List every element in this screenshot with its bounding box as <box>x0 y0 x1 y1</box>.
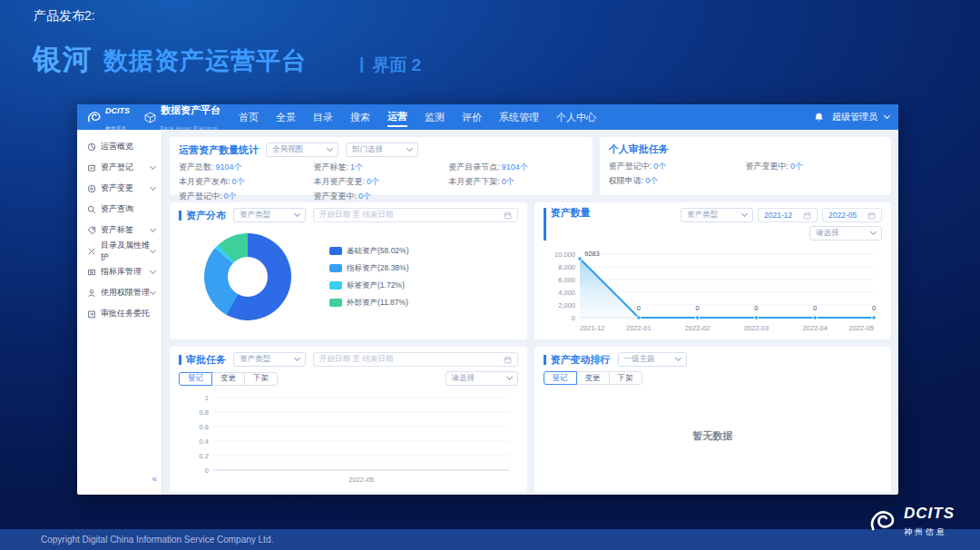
chevron-down-icon <box>150 225 156 231</box>
stat-changing: 资产变更中:0个 <box>314 191 449 202</box>
nav-catalog[interactable]: 目录 <box>313 109 333 126</box>
stat-permission-request: 权限申请:0个 <box>609 175 746 187</box>
stat-total-assets: 资产总数:9104个 <box>179 162 314 173</box>
tab-register[interactable]: 登记 <box>544 371 577 385</box>
sidebar-item-asset-tag[interactable]: 资产标签 <box>77 220 162 241</box>
sidebar-collapse-button[interactable]: « <box>152 474 157 484</box>
date-range-input[interactable]: 开始日期 至 结束日期 <box>313 208 518 222</box>
catalog-maintain-icon <box>87 247 96 256</box>
date-from-input[interactable]: 2021-12 <box>758 208 818 222</box>
asset-distribution-donut <box>204 233 291 320</box>
svg-text:0: 0 <box>636 304 640 312</box>
nav-monitor[interactable]: 监测 <box>425 109 445 126</box>
svg-text:0: 0 <box>871 304 875 312</box>
chevron-down-icon <box>870 229 877 235</box>
app-header: DCITS 神州信息 数据资产平台 Data Asset Platform 首页… <box>77 104 898 130</box>
chevron-down-icon <box>741 211 748 217</box>
platform-name: 数据资产平台 <box>161 104 220 115</box>
slide-title: 银河 数据资产运营平台 | 界面 2 <box>33 40 421 80</box>
chevron-down-icon <box>294 355 300 361</box>
approval-tab-group: 登记 变更 下架 <box>179 372 278 386</box>
secondary-select[interactable]: 请选择 <box>446 371 518 386</box>
tab-change[interactable]: 变更 <box>211 372 245 386</box>
tab-remove[interactable]: 下架 <box>609 371 642 385</box>
svg-text:2022-04: 2022-04 <box>802 324 828 332</box>
stat-catalog-nodes: 资产目录节点:9104个 <box>448 162 583 173</box>
theme-select[interactable]: 一级主题 <box>618 352 687 367</box>
nav-operation[interactable]: 运营 <box>387 108 407 127</box>
dcits-footer-logo: DCITS 神州信息 <box>867 506 955 538</box>
legend-item: 外部资产(11.87%) <box>329 298 409 309</box>
department-select[interactable]: 部门选择 <box>346 142 418 157</box>
page-label: | 界面 2 <box>359 54 421 77</box>
svg-text:2022-05: 2022-05 <box>848 324 874 332</box>
global-view-select[interactable]: 全局视图 <box>266 142 338 157</box>
approval-tasks-card: 审批任务 资产类型 开始日期 至 结束日期 登记 变更 <box>170 347 527 492</box>
approval-delegate-icon <box>87 309 96 319</box>
copyright-text: Copyright Digital China Information Serv… <box>0 529 980 550</box>
stat-asset-tags: 资产标签:1个 <box>314 162 449 173</box>
chevron-down-icon <box>407 145 413 152</box>
svg-text:9283: 9283 <box>584 250 600 258</box>
asset-type-select[interactable]: 资产类型 <box>233 352 306 367</box>
sidebar-item-approval-delegate[interactable]: 审批任务委托 <box>77 303 162 324</box>
stats-card-title: 运营资产数量统计 <box>179 143 259 157</box>
personal-approval-card: 个人审批任务 资产登记中:0个 资产变更中:0个 权限申请:0个 <box>600 137 891 195</box>
asset-register-icon <box>87 163 96 172</box>
slide-kicker: 产品发布2: <box>34 8 95 25</box>
chevron-down-icon <box>327 145 333 152</box>
nav-search[interactable]: 搜索 <box>350 109 370 126</box>
app-window: DCITS 神州信息 数据资产平台 Data Asset Platform 首页… <box>77 104 898 495</box>
svg-text:6,000: 6,000 <box>558 276 575 284</box>
svg-text:2021-12: 2021-12 <box>580 324 605 332</box>
sidebar-item-permission-mgmt[interactable]: 使用权限管理 <box>77 282 162 303</box>
sidebar-item-asset-change[interactable]: 资产变更 <box>77 178 162 199</box>
sidebar-item-asset-register[interactable]: 资产登记 <box>77 157 162 178</box>
product-subtitle: 数据资产运营平台 <box>103 44 307 77</box>
nav-system-mgmt[interactable]: 系统管理 <box>499 109 539 126</box>
sidebar-item-asset-query[interactable]: 资产查询 <box>77 199 162 220</box>
date-to-input[interactable]: 2022-05 <box>822 208 882 222</box>
chevron-down-icon[interactable] <box>884 113 890 119</box>
galaxy-swirl-icon <box>86 110 102 125</box>
svg-text:2,000: 2,000 <box>558 301 575 309</box>
sidebar-item-operation-overview[interactable]: 运营概览 <box>77 136 162 157</box>
nav-home[interactable]: 首页 <box>239 109 259 126</box>
galaxy-swirl-icon <box>867 507 897 536</box>
svg-text:0: 0 <box>695 304 699 312</box>
sidebar-item-catalog-maintain[interactable]: 目录及属性维护 <box>77 241 162 261</box>
nav-personal-center[interactable]: 个人中心 <box>556 109 596 126</box>
chevron-down-icon <box>150 267 156 273</box>
stat-personal-changing: 资产变更中:0个 <box>745 161 882 172</box>
approval-tasks-chart: 10.80.60.40.202022-05 <box>179 388 517 486</box>
svg-text:2022-01: 2022-01 <box>626 324 652 332</box>
secondary-select[interactable]: 请选择 <box>809 226 882 241</box>
date-range-input[interactable]: 开始日期 至 结束日期 <box>313 352 518 367</box>
tab-remove[interactable]: 下架 <box>244 372 278 386</box>
personal-card-title: 个人审批任务 <box>609 142 882 156</box>
nav-panorama[interactable]: 全景 <box>276 109 296 126</box>
user-menu[interactable]: 超级管理员 <box>832 111 877 123</box>
tab-change[interactable]: 变更 <box>576 371 610 385</box>
asset-distribution-card: 资产分布 资产类型 开始日期 至 结束日期 基础资产(58.02%) <box>170 202 527 339</box>
svg-text:0: 0 <box>754 304 758 312</box>
svg-text:0.6: 0.6 <box>200 423 209 431</box>
donut-legend: 基础资产(58.02%) 指标资产(28.38%) 标签资产(1.72%) 外部… <box>329 246 409 309</box>
asset-tag-icon <box>87 226 96 235</box>
quantity-card-title: 资产数量 <box>544 208 591 241</box>
legend-swatch <box>329 299 342 307</box>
calendar-icon <box>504 356 512 364</box>
asset-type-select[interactable]: 资产类型 <box>681 208 753 222</box>
sidebar-item-indicator-library[interactable]: 指标库管理 <box>77 261 162 282</box>
svg-text:8,000: 8,000 <box>558 263 575 271</box>
bell-icon[interactable] <box>813 112 825 123</box>
stat-month-published: 本月资产发布:0个 <box>179 176 314 188</box>
stat-month-removed: 本月资产下架:0个 <box>448 176 583 188</box>
chevron-down-icon <box>294 211 300 217</box>
asset-type-select[interactable]: 资产类型 <box>233 208 306 222</box>
tab-register[interactable]: 登记 <box>179 372 212 386</box>
sidebar: 运营概览 资产登记 资产变更 资产查询 资产标签 <box>77 130 162 495</box>
nav-evaluate[interactable]: 评价 <box>462 109 482 126</box>
svg-text:0: 0 <box>205 467 209 475</box>
calendar-icon <box>504 211 512 220</box>
